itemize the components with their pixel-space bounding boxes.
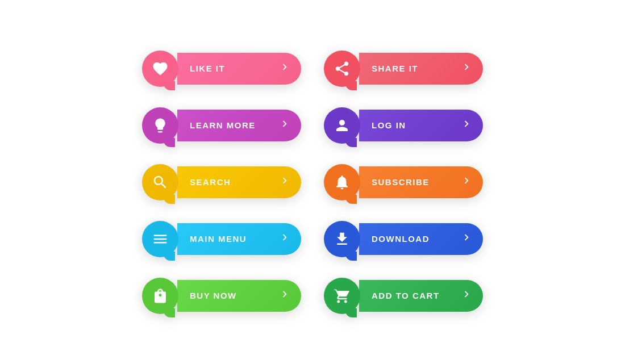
menu-body: MAIN MENU	[177, 223, 301, 255]
learn-body: LEARN MORE	[177, 110, 301, 141]
search-label: SEARCH	[190, 177, 231, 187]
download-button[interactable]: DOWNLOAD	[324, 219, 483, 260]
login-body: LOG IN	[359, 110, 483, 141]
subscribe-tail	[345, 195, 357, 204]
learn-label: LEARN MORE	[190, 120, 256, 130]
download-body: DOWNLOAD	[359, 223, 483, 255]
button-grid: LIKE IT SHARE IT LEARN MORE	[131, 37, 494, 328]
download-chevron	[460, 231, 473, 246]
like-chevron	[278, 61, 291, 76]
login-tail	[345, 138, 357, 147]
subscribe-body: SUBSCRIBE	[359, 166, 483, 198]
download-label: DOWNLOAD	[372, 234, 430, 244]
learn-tail	[164, 138, 175, 147]
menu-label: MAIN MENU	[190, 234, 247, 244]
login-label: LOG IN	[372, 120, 406, 130]
share-chevron	[460, 61, 473, 76]
cart-chevron	[460, 288, 473, 303]
login-chevron	[460, 118, 473, 133]
buy-chevron	[278, 288, 291, 303]
subscribe-button[interactable]: SUBSCRIBE	[324, 162, 483, 203]
share-button[interactable]: SHARE IT	[324, 48, 483, 89]
subscribe-chevron	[460, 174, 473, 190]
like-body: LIKE IT	[177, 53, 301, 85]
menu-tail	[164, 252, 175, 261]
learn-chevron	[278, 118, 291, 133]
like-tail	[164, 81, 175, 90]
cart-tail	[345, 308, 357, 317]
search-chevron	[278, 174, 291, 190]
download-tail	[345, 252, 357, 261]
learn-button[interactable]: LEARN MORE	[142, 105, 301, 146]
search-tail	[164, 195, 175, 204]
search-button[interactable]: SEARCH	[142, 162, 301, 203]
buy-button[interactable]: BUY NOW	[142, 275, 301, 316]
menu-button[interactable]: MAIN MENU	[142, 219, 301, 260]
share-label: SHARE IT	[372, 64, 418, 73]
share-body: SHARE IT	[359, 53, 483, 85]
like-label: LIKE IT	[190, 64, 225, 73]
buy-body: BUY NOW	[177, 280, 301, 312]
cart-label: ADD TO CART	[372, 291, 440, 300]
share-tail	[345, 81, 357, 90]
buy-label: BUY NOW	[190, 291, 237, 300]
cart-body: ADD TO CART	[359, 280, 483, 312]
subscribe-label: SUBSCRIBE	[372, 177, 430, 187]
menu-chevron	[278, 231, 291, 246]
search-body: SEARCH	[177, 166, 301, 198]
buy-tail	[164, 308, 175, 317]
cart-button[interactable]: ADD TO CART	[324, 275, 483, 316]
login-button[interactable]: LOG IN	[324, 105, 483, 146]
like-button[interactable]: LIKE IT	[142, 48, 301, 89]
